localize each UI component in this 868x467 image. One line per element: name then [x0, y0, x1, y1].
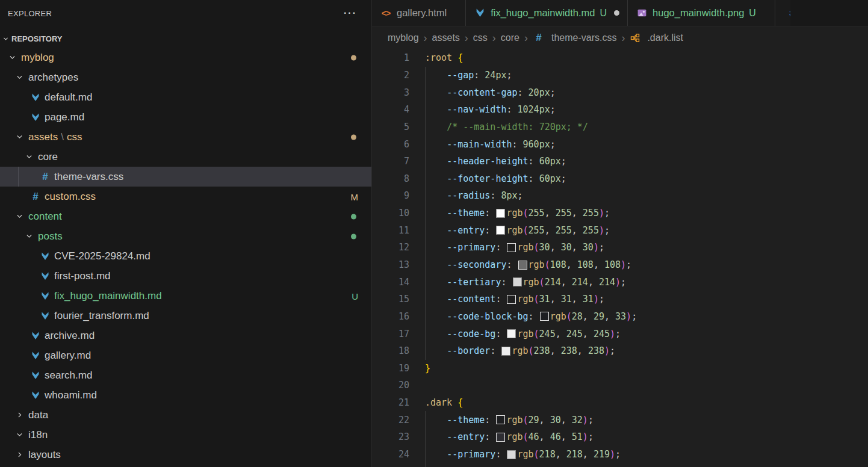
color-swatch[interactable] — [496, 415, 505, 424]
tree-item[interactable]: content — [0, 206, 371, 226]
code-line[interactable]: 15 --content: rgb(31, 31, 31); — [372, 291, 868, 308]
tab-fix_hugo_mainwidth.md[interactable]: fix_hugo_mainwidth.mdU — [466, 0, 628, 26]
color-swatch[interactable] — [496, 433, 505, 442]
tree-item[interactable]: gallery.md — [0, 345, 371, 365]
color-swatch[interactable] — [507, 450, 516, 459]
color-swatch[interactable] — [518, 261, 527, 270]
color-swatch[interactable] — [496, 209, 505, 218]
tab-hugo_mainwidth.png[interactable]: hugo_mainwidth.pngU — [628, 0, 775, 26]
tree-item[interactable]: search.md — [0, 365, 371, 385]
breadcrumb-item[interactable]: assets — [432, 32, 460, 43]
line-number[interactable]: 21 — [372, 397, 409, 408]
tree-item[interactable]: #custom.cssM — [0, 187, 371, 206]
line-number[interactable]: 2 — [372, 70, 409, 81]
line-number[interactable]: 13 — [372, 259, 409, 270]
code-line[interactable]: 21.dark { — [372, 394, 868, 412]
tab-gallery.html[interactable]: <>gallery.html — [372, 0, 466, 26]
code-area[interactable]: 1:root {2 --gap: 24px;3 --content-gap: 2… — [372, 49, 868, 467]
code-line[interactable]: 6 --main-width: 960px; — [372, 135, 868, 153]
code-line[interactable]: 8 --footer-height: 60px; — [372, 170, 868, 187]
code-line[interactable]: 3 --content-gap: 20px; — [372, 84, 868, 101]
code-line[interactable]: 10 --theme: rgb(255, 255, 255); — [372, 205, 868, 222]
line-number[interactable]: 7 — [372, 156, 409, 167]
line-number[interactable]: 6 — [372, 139, 409, 150]
tree-item[interactable]: #theme-vars.css — [0, 167, 371, 187]
line-number[interactable]: 10 — [372, 208, 409, 218]
code-token: rgb — [529, 259, 545, 270]
tree-item[interactable]: posts — [0, 226, 371, 246]
code-line[interactable]: 17 --code-bg: rgb(245, 245, 245); — [372, 325, 868, 342]
code-line[interactable]: 13 --secondary: rgb(108, 108, 108); — [372, 256, 868, 274]
code-line[interactable]: 16 --code-block-bg: rgb(28, 29, 33); — [372, 308, 868, 326]
breadcrumb-item[interactable]: .dark.list — [630, 32, 683, 43]
tree-item[interactable]: fourier_transform.md — [0, 306, 371, 326]
tree-item[interactable]: i18n — [0, 425, 371, 445]
line-number[interactable]: 22 — [372, 415, 409, 425]
code-line[interactable]: 18 --border: rgb(238, 238, 238); — [372, 342, 868, 360]
code-line[interactable]: 22 --theme: rgb(29, 30, 32); — [372, 411, 868, 428]
tree-item[interactable]: layouts — [0, 445, 371, 465]
section-header-repository[interactable]: REPOSITORY — [0, 29, 371, 48]
line-number[interactable]: 18 — [372, 345, 409, 356]
code-line[interactable]: 5 /* --main-width: 720px; */ — [372, 119, 868, 136]
code-line[interactable]: 9 --radius: 8px; — [372, 187, 868, 205]
line-number[interactable]: 20 — [372, 380, 409, 391]
tree-item[interactable]: archive.md — [0, 326, 371, 345]
tree-item[interactable]: CVE-2025-29824.md — [0, 246, 371, 266]
line-number[interactable]: 14 — [372, 277, 409, 288]
line-number[interactable]: 15 — [372, 294, 409, 305]
code-line[interactable]: 20 — [372, 377, 868, 394]
breadcrumb-item[interactable]: myblog — [388, 32, 419, 43]
line-number[interactable]: 3 — [372, 87, 409, 98]
color-swatch[interactable] — [496, 226, 505, 235]
line-number[interactable]: 17 — [372, 329, 409, 339]
code-line[interactable]: 11 --entry: rgb(255, 255, 255); — [372, 221, 868, 239]
tree-item[interactable]: myblog — [0, 48, 371, 67]
line-number[interactable]: 8 — [372, 173, 409, 184]
tree-item[interactable]: page.md — [0, 107, 371, 127]
color-swatch[interactable] — [507, 295, 516, 304]
tree-item[interactable]: archetypes — [0, 67, 371, 87]
tree-item[interactable]: core — [0, 147, 371, 167]
breadcrumb-item[interactable]: #theme-vars.css — [533, 32, 616, 44]
tree-item[interactable]: default.md — [0, 87, 371, 107]
breadcrumb-item[interactable]: css — [473, 32, 488, 43]
line-number[interactable]: 12 — [372, 242, 409, 253]
code-token: , — [594, 259, 604, 270]
line-number[interactable]: 9 — [372, 190, 409, 201]
color-swatch[interactable] — [540, 312, 549, 321]
explorer-header: EXPLORER ··· — [0, 0, 371, 26]
tree-item[interactable]: fix_hugo_mainwidth.mdU — [0, 286, 371, 306]
code-line[interactable]: 24 --primary: rgb(218, 218, 219); — [372, 446, 868, 463]
line-number[interactable]: 16 — [372, 311, 409, 322]
color-swatch[interactable] — [501, 347, 510, 356]
code-line[interactable]: 25 --secondary: rgb(155, 156, 157); — [372, 463, 868, 467]
more-actions-icon[interactable]: ··· — [339, 7, 362, 20]
tree-item[interactable]: whoami.md — [0, 385, 371, 405]
code-line[interactable]: 2 --gap: 24px; — [372, 67, 868, 84]
color-swatch[interactable] — [507, 243, 516, 252]
code-line[interactable]: 12 --primary: rgb(30, 30, 30); — [372, 239, 868, 256]
code-line[interactable]: 23 --entry: rgb(46, 46, 51); — [372, 428, 868, 446]
tree-item[interactable]: first-post.md — [0, 266, 371, 286]
line-number[interactable]: 5 — [372, 122, 409, 132]
breadcrumb-item[interactable]: core — [501, 32, 519, 43]
line-number[interactable]: 11 — [372, 225, 409, 236]
code-line[interactable]: 4 --nav-width: 1024px; — [372, 101, 868, 119]
line-number[interactable]: 4 — [372, 104, 409, 115]
code-line[interactable]: 14 --tertiary: rgb(214, 214, 214); — [372, 273, 868, 291]
code-token: , — [566, 259, 577, 270]
line-number[interactable]: 19 — [372, 363, 409, 374]
line-number[interactable]: 24 — [372, 449, 409, 460]
tree-item[interactable]: data — [0, 405, 371, 425]
line-number[interactable]: 23 — [372, 431, 409, 442]
code-line[interactable]: 1:root { — [372, 49, 868, 67]
code-line[interactable]: 19} — [372, 360, 868, 377]
dirty-indicator[interactable] — [614, 10, 619, 16]
color-swatch[interactable] — [507, 329, 516, 338]
code-line[interactable]: 7 --header-height: 60px; — [372, 153, 868, 170]
color-swatch[interactable] — [513, 277, 522, 286]
line-number[interactable]: 1 — [372, 52, 409, 63]
tree-item[interactable]: assets\css — [0, 127, 371, 147]
tab-partial[interactable]: # — [775, 0, 790, 26]
